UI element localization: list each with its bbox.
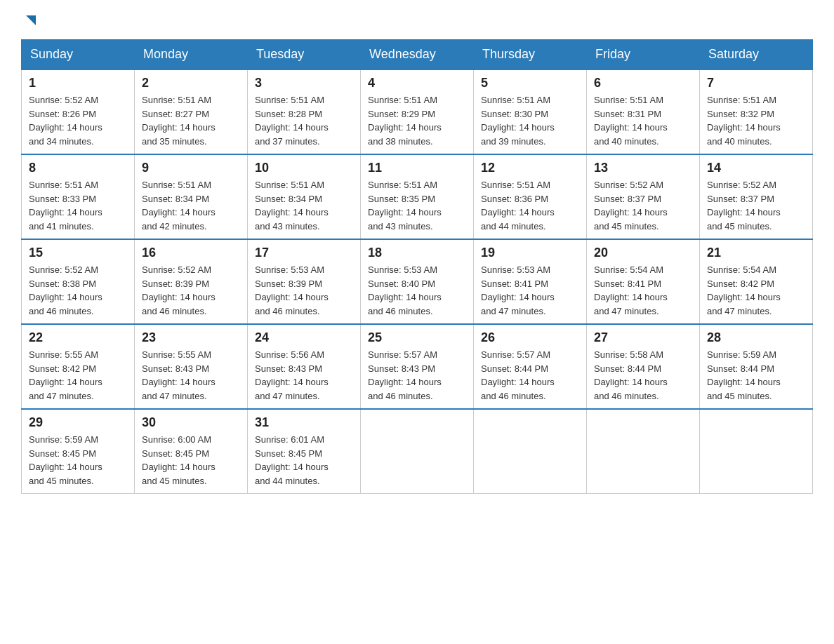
day-number: 31	[255, 415, 353, 430]
day-number: 18	[368, 246, 466, 260]
day-number: 4	[368, 76, 466, 90]
calendar-cell: 10Sunrise: 5:51 AMSunset: 8:34 PMDayligh…	[248, 154, 361, 239]
calendar-cell: 24Sunrise: 5:56 AMSunset: 8:43 PMDayligh…	[248, 324, 361, 409]
week-row-3: 15Sunrise: 5:52 AMSunset: 8:38 PMDayligh…	[22, 239, 813, 324]
week-row-1: 1Sunrise: 5:52 AMSunset: 8:26 PMDaylight…	[22, 69, 813, 154]
calendar-cell: 27Sunrise: 5:58 AMSunset: 8:44 PMDayligh…	[587, 324, 700, 409]
day-number: 30	[142, 415, 240, 430]
calendar-cell: 31Sunrise: 6:01 AMSunset: 8:45 PMDayligh…	[248, 409, 361, 494]
day-number: 2	[142, 76, 240, 90]
header-monday: Monday	[135, 40, 248, 70]
calendar-cell: 8Sunrise: 5:51 AMSunset: 8:33 PMDaylight…	[22, 154, 135, 239]
day-info: Sunrise: 5:59 AMSunset: 8:45 PMDaylight:…	[29, 433, 127, 488]
day-info: Sunrise: 5:51 AMSunset: 8:32 PMDaylight:…	[707, 93, 805, 148]
day-info: Sunrise: 5:51 AMSunset: 8:29 PMDaylight:…	[368, 93, 466, 148]
day-number: 1	[29, 76, 127, 90]
day-info: Sunrise: 5:55 AMSunset: 8:42 PMDaylight:…	[29, 348, 127, 403]
day-number: 3	[255, 76, 353, 90]
day-info: Sunrise: 5:51 AMSunset: 8:33 PMDaylight:…	[29, 178, 127, 233]
day-info: Sunrise: 5:51 AMSunset: 8:36 PMDaylight:…	[481, 178, 579, 233]
calendar-cell: 9Sunrise: 5:51 AMSunset: 8:34 PMDaylight…	[135, 154, 248, 239]
calendar-cell: 23Sunrise: 5:55 AMSunset: 8:43 PMDayligh…	[135, 324, 248, 409]
calendar-cell: 14Sunrise: 5:52 AMSunset: 8:37 PMDayligh…	[700, 154, 813, 239]
calendar-table: SundayMondayTuesdayWednesdayThursdayFrid…	[21, 39, 813, 494]
calendar-cell: 26Sunrise: 5:57 AMSunset: 8:44 PMDayligh…	[474, 324, 587, 409]
day-number: 29	[29, 415, 127, 430]
header-friday: Friday	[587, 40, 700, 70]
day-number: 24	[255, 330, 353, 345]
day-info: Sunrise: 5:55 AMSunset: 8:43 PMDaylight:…	[142, 348, 240, 403]
calendar-cell	[474, 409, 587, 494]
day-info: Sunrise: 5:53 AMSunset: 8:40 PMDaylight:…	[368, 263, 466, 318]
logo-triangle-icon	[23, 13, 39, 28]
day-number: 27	[594, 330, 692, 345]
day-number: 10	[255, 161, 353, 175]
day-number: 7	[707, 76, 805, 90]
day-number: 6	[594, 76, 692, 90]
header-thursday: Thursday	[474, 40, 587, 70]
calendar-cell: 19Sunrise: 5:53 AMSunset: 8:41 PMDayligh…	[474, 239, 587, 324]
week-row-5: 29Sunrise: 5:59 AMSunset: 8:45 PMDayligh…	[22, 409, 813, 494]
day-info: Sunrise: 5:54 AMSunset: 8:42 PMDaylight:…	[707, 263, 805, 318]
day-number: 20	[594, 246, 692, 260]
calendar-cell: 17Sunrise: 5:53 AMSunset: 8:39 PMDayligh…	[248, 239, 361, 324]
day-info: Sunrise: 5:51 AMSunset: 8:31 PMDaylight:…	[594, 93, 692, 148]
day-info: Sunrise: 5:58 AMSunset: 8:44 PMDaylight:…	[594, 348, 692, 403]
day-info: Sunrise: 5:59 AMSunset: 8:44 PMDaylight:…	[707, 348, 805, 403]
day-number: 13	[594, 161, 692, 175]
calendar-cell: 25Sunrise: 5:57 AMSunset: 8:43 PMDayligh…	[361, 324, 474, 409]
day-info: Sunrise: 5:57 AMSunset: 8:44 PMDaylight:…	[481, 348, 579, 403]
day-info: Sunrise: 6:01 AMSunset: 8:45 PMDaylight:…	[255, 433, 353, 488]
calendar-cell: 28Sunrise: 5:59 AMSunset: 8:44 PMDayligh…	[700, 324, 813, 409]
day-number: 9	[142, 161, 240, 175]
calendar-cell: 22Sunrise: 5:55 AMSunset: 8:42 PMDayligh…	[22, 324, 135, 409]
header-row: SundayMondayTuesdayWednesdayThursdayFrid…	[22, 40, 813, 70]
day-info: Sunrise: 6:00 AMSunset: 8:45 PMDaylight:…	[142, 433, 240, 488]
calendar-cell	[587, 409, 700, 494]
header-wednesday: Wednesday	[361, 40, 474, 70]
day-number: 15	[29, 246, 127, 260]
svg-marker-0	[26, 15, 36, 25]
day-number: 23	[142, 330, 240, 345]
calendar-cell: 11Sunrise: 5:51 AMSunset: 8:35 PMDayligh…	[361, 154, 474, 239]
calendar-cell: 15Sunrise: 5:52 AMSunset: 8:38 PMDayligh…	[22, 239, 135, 324]
calendar-cell: 2Sunrise: 5:51 AMSunset: 8:27 PMDaylight…	[135, 69, 248, 154]
day-number: 12	[481, 161, 579, 175]
calendar-cell: 30Sunrise: 6:00 AMSunset: 8:45 PMDayligh…	[135, 409, 248, 494]
week-row-4: 22Sunrise: 5:55 AMSunset: 8:42 PMDayligh…	[22, 324, 813, 409]
logo	[21, 14, 39, 28]
day-info: Sunrise: 5:51 AMSunset: 8:34 PMDaylight:…	[255, 178, 353, 233]
day-number: 17	[255, 246, 353, 260]
day-number: 21	[707, 246, 805, 260]
calendar-cell: 3Sunrise: 5:51 AMSunset: 8:28 PMDaylight…	[248, 69, 361, 154]
day-info: Sunrise: 5:56 AMSunset: 8:43 PMDaylight:…	[255, 348, 353, 403]
day-info: Sunrise: 5:51 AMSunset: 8:30 PMDaylight:…	[481, 93, 579, 148]
page-header	[21, 14, 813, 28]
day-number: 16	[142, 246, 240, 260]
calendar-cell: 7Sunrise: 5:51 AMSunset: 8:32 PMDaylight…	[700, 69, 813, 154]
day-number: 22	[29, 330, 127, 345]
header-saturday: Saturday	[700, 40, 813, 70]
day-number: 25	[368, 330, 466, 345]
day-info: Sunrise: 5:52 AMSunset: 8:37 PMDaylight:…	[594, 178, 692, 233]
calendar-cell: 16Sunrise: 5:52 AMSunset: 8:39 PMDayligh…	[135, 239, 248, 324]
calendar-cell: 6Sunrise: 5:51 AMSunset: 8:31 PMDaylight…	[587, 69, 700, 154]
calendar-cell: 4Sunrise: 5:51 AMSunset: 8:29 PMDaylight…	[361, 69, 474, 154]
day-info: Sunrise: 5:51 AMSunset: 8:27 PMDaylight:…	[142, 93, 240, 148]
day-info: Sunrise: 5:52 AMSunset: 8:39 PMDaylight:…	[142, 263, 240, 318]
day-number: 11	[368, 161, 466, 175]
day-info: Sunrise: 5:57 AMSunset: 8:43 PMDaylight:…	[368, 348, 466, 403]
calendar-cell: 5Sunrise: 5:51 AMSunset: 8:30 PMDaylight…	[474, 69, 587, 154]
calendar-cell: 1Sunrise: 5:52 AMSunset: 8:26 PMDaylight…	[22, 69, 135, 154]
day-info: Sunrise: 5:51 AMSunset: 8:35 PMDaylight:…	[368, 178, 466, 233]
calendar-cell	[361, 409, 474, 494]
day-info: Sunrise: 5:51 AMSunset: 8:34 PMDaylight:…	[142, 178, 240, 233]
day-info: Sunrise: 5:53 AMSunset: 8:41 PMDaylight:…	[481, 263, 579, 318]
day-number: 26	[481, 330, 579, 345]
day-info: Sunrise: 5:52 AMSunset: 8:37 PMDaylight:…	[707, 178, 805, 233]
day-info: Sunrise: 5:53 AMSunset: 8:39 PMDaylight:…	[255, 263, 353, 318]
day-number: 28	[707, 330, 805, 345]
day-info: Sunrise: 5:54 AMSunset: 8:41 PMDaylight:…	[594, 263, 692, 318]
day-number: 8	[29, 161, 127, 175]
day-info: Sunrise: 5:51 AMSunset: 8:28 PMDaylight:…	[255, 93, 353, 148]
